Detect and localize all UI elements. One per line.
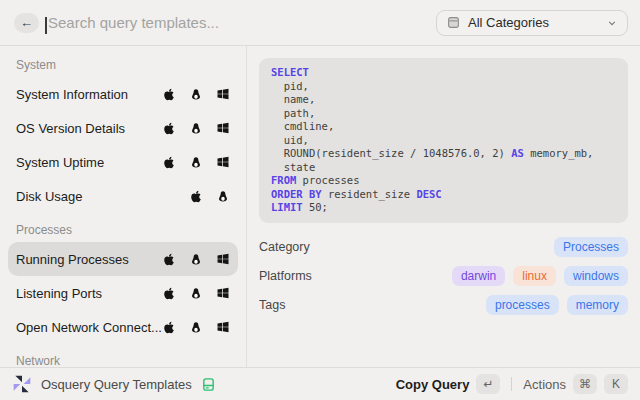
list-item-label: Listening Ports bbox=[16, 286, 163, 301]
search-input[interactable] bbox=[45, 14, 436, 31]
windows-icon bbox=[217, 156, 229, 168]
metadata-label: Tags bbox=[259, 298, 285, 312]
detail-panel: SELECT pid, name, path, cmdline, uid, RO… bbox=[246, 46, 640, 367]
list-item[interactable]: OS Version Details bbox=[8, 111, 238, 145]
code-line: FROM processes bbox=[271, 174, 616, 188]
metadata-row: CategoryProcesses bbox=[247, 233, 640, 262]
osquery-templates-window: ← All Categories SystemSystem Informatio… bbox=[0, 0, 640, 400]
windows-icon bbox=[217, 88, 229, 100]
top-bar: ← All Categories bbox=[0, 0, 640, 46]
list-item-label: OS Version Details bbox=[16, 121, 163, 136]
code-line: cmdline, bbox=[271, 120, 616, 134]
list-item[interactable]: Open Network Connect... bbox=[8, 310, 238, 344]
code-line: state bbox=[271, 161, 616, 175]
linux-icon bbox=[190, 122, 202, 135]
apple-icon bbox=[163, 88, 175, 101]
list-item-label: Running Processes bbox=[16, 252, 163, 267]
section-header-system: System bbox=[0, 48, 246, 77]
platform-icons bbox=[163, 156, 229, 169]
platform-icons bbox=[163, 122, 229, 135]
metadata-label: Category bbox=[259, 240, 310, 254]
apple-icon bbox=[163, 156, 175, 169]
list-item-label: Open Network Connect... bbox=[16, 320, 163, 335]
metadata-list: CategoryProcessesPlatformsdarwinlinuxwin… bbox=[247, 233, 640, 320]
tag-badge: Processes bbox=[554, 237, 628, 257]
code-line: pid, bbox=[271, 80, 616, 94]
actions-button[interactable]: Actions ⌘ K bbox=[523, 374, 628, 394]
code-line: ROUND(resident_size / 1048576.0, 2) AS m… bbox=[271, 147, 616, 161]
copy-query-button[interactable]: Copy Query ↵ bbox=[396, 374, 501, 394]
platform-icons bbox=[163, 253, 229, 266]
apple-icon bbox=[163, 122, 175, 135]
linux-icon bbox=[217, 190, 229, 203]
code-line: path, bbox=[271, 107, 616, 121]
metadata-badges: Processes bbox=[554, 237, 628, 257]
category-dropdown-value: All Categories bbox=[468, 15, 599, 30]
linux-icon bbox=[190, 287, 202, 300]
chevron-down-icon bbox=[607, 18, 617, 28]
list-item[interactable]: System Uptime bbox=[8, 145, 238, 179]
code-line: LIMIT 50; bbox=[271, 201, 616, 215]
windows-icon bbox=[217, 321, 229, 333]
tag-badge: processes bbox=[486, 295, 559, 315]
platform-icons bbox=[163, 321, 229, 334]
osquery-logo-icon bbox=[12, 374, 32, 394]
metadata-badges: processesmemory bbox=[486, 295, 628, 315]
code-line: uid, bbox=[271, 134, 616, 148]
text-cursor bbox=[45, 17, 47, 34]
apple-icon bbox=[163, 287, 175, 300]
category-icon bbox=[447, 16, 460, 29]
drive-icon bbox=[201, 377, 216, 392]
main-body: SystemSystem InformationOS Version Detai… bbox=[0, 46, 640, 367]
copy-query-label: Copy Query bbox=[396, 377, 470, 392]
sql-code-block: SELECT pid, name, path, cmdline, uid, RO… bbox=[259, 58, 628, 223]
back-button[interactable]: ← bbox=[14, 13, 39, 33]
actions-label: Actions bbox=[523, 377, 566, 392]
code-line: SELECT bbox=[271, 66, 616, 80]
k-key-icon: K bbox=[604, 374, 628, 394]
tag-badge: memory bbox=[567, 295, 628, 315]
linux-icon bbox=[190, 253, 202, 266]
windows-icon bbox=[217, 287, 229, 299]
app-identity: Osquery Query Templates bbox=[12, 374, 216, 394]
linux-icon bbox=[190, 88, 202, 101]
code-line: ORDER BY resident_size DESC bbox=[271, 188, 616, 202]
list-item-label: System Uptime bbox=[16, 155, 163, 170]
command-key-icon: ⌘ bbox=[573, 374, 597, 394]
apple-icon bbox=[163, 321, 175, 334]
platform-icons bbox=[163, 287, 229, 300]
list-item-label: Disk Usage bbox=[16, 189, 190, 204]
metadata-badges: darwinlinuxwindows bbox=[452, 266, 628, 286]
action-bar: Copy Query ↵ Actions ⌘ K bbox=[396, 374, 628, 394]
metadata-row: Platformsdarwinlinuxwindows bbox=[247, 262, 640, 291]
category-dropdown[interactable]: All Categories bbox=[436, 10, 628, 36]
section-header-processes: Processes bbox=[0, 213, 246, 242]
tag-badge: linux bbox=[513, 266, 556, 286]
windows-icon bbox=[217, 122, 229, 134]
tag-badge: darwin bbox=[452, 266, 505, 286]
platform-icons bbox=[190, 190, 229, 203]
app-title: Osquery Query Templates bbox=[41, 377, 192, 392]
metadata-row: Tagsprocessesmemory bbox=[247, 291, 640, 320]
divider bbox=[511, 377, 512, 391]
list-item[interactable]: Running Processes bbox=[8, 242, 238, 276]
linux-icon bbox=[190, 321, 202, 334]
bottom-bar: Osquery Query Templates Copy Query ↵ Act… bbox=[0, 367, 640, 400]
list-item[interactable]: Disk Usage bbox=[8, 179, 238, 213]
metadata-label: Platforms bbox=[259, 269, 312, 283]
list-item[interactable]: System Information bbox=[8, 77, 238, 111]
section-header-network: Network bbox=[0, 344, 246, 367]
apple-icon bbox=[163, 253, 175, 266]
code-line: name, bbox=[271, 93, 616, 107]
arrow-left-icon: ← bbox=[20, 13, 33, 33]
list-item[interactable]: Listening Ports bbox=[8, 276, 238, 310]
enter-key-icon: ↵ bbox=[476, 374, 500, 394]
search-field-wrap bbox=[45, 14, 436, 31]
tag-badge: windows bbox=[564, 266, 628, 286]
windows-icon bbox=[217, 253, 229, 265]
linux-icon bbox=[190, 156, 202, 169]
list-item-label: System Information bbox=[16, 87, 163, 102]
platform-icons bbox=[163, 88, 229, 101]
apple-icon bbox=[190, 190, 202, 203]
template-list-sidebar: SystemSystem InformationOS Version Detai… bbox=[0, 46, 246, 367]
